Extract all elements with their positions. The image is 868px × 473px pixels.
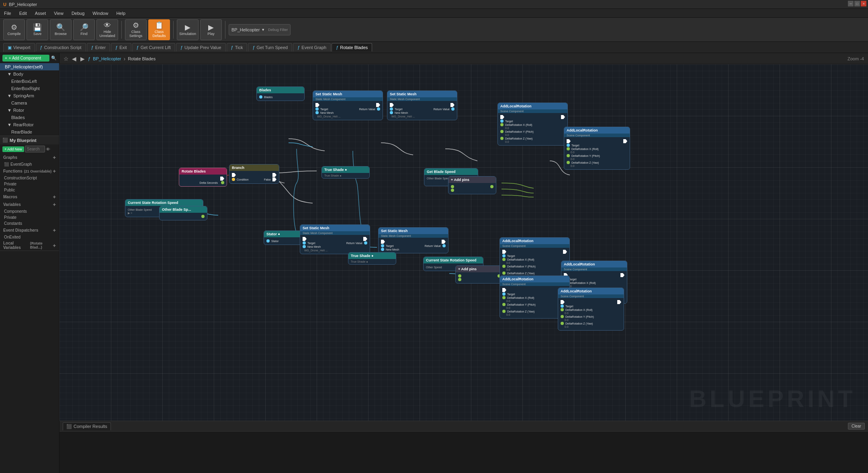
tab-get-turn-speed[interactable]: ƒ Get Turn Speed xyxy=(248,43,292,51)
sidebar-item-springarm[interactable]: ▼ SpringArm xyxy=(0,92,59,99)
menu-window[interactable]: Window xyxy=(91,10,110,16)
sidebar-item-private[interactable]: Private xyxy=(0,181,59,187)
sidebar-item-construction-script[interactable]: ConstructionScript xyxy=(0,175,59,181)
tab-enter[interactable]: ƒ Enter xyxy=(87,43,110,51)
tab-update-prev-value[interactable]: ƒ Update Prev Value xyxy=(176,43,226,51)
node-add-rotation-6[interactable]: AddLocalRotation Scene Component Target xyxy=(558,288,624,331)
maximize-button[interactable]: □ xyxy=(854,1,860,6)
node-true-shade-1[interactable]: True Shade ● True Shade ● xyxy=(321,166,370,179)
functions-add-icon[interactable]: + xyxy=(53,168,56,174)
node-set-mesh-3[interactable]: Set Static Mesh Static Mesh Component Ta… xyxy=(300,224,370,254)
nav-forward-button[interactable]: ▶ xyxy=(80,56,86,62)
event-dispatchers-section[interactable]: Event Dispatchers + xyxy=(0,226,59,234)
menu-edit[interactable]: Edit xyxy=(18,10,29,16)
node-rotate-blades-entry[interactable]: Rotate Blades Delta Seconds xyxy=(179,168,227,187)
class-settings-button[interactable]: ⚙ Class Settings xyxy=(125,19,147,40)
pin-exec-out-ar2 xyxy=(623,139,627,143)
tab-event-graph[interactable]: ƒ Event Graph xyxy=(293,43,331,51)
node-other-speed[interactable]: Other Blade Sp... xyxy=(159,206,207,220)
browse-button[interactable]: 🔍 Browse xyxy=(50,19,72,40)
node-set-mesh-1[interactable]: Set Static Mesh Static Mesh Component Ta… xyxy=(313,90,383,120)
pin-exec-out-sm3 xyxy=(363,237,367,241)
sidebar-item-private2[interactable]: Private xyxy=(0,214,59,220)
simulation-icon: ▶ xyxy=(185,24,190,31)
sidebar-item-rearblade[interactable]: RearBlade xyxy=(0,128,59,136)
node-add-rotation-2[interactable]: AddLocalRotation Scene Component Target xyxy=(564,127,630,170)
blueprint-canvas[interactable]: Blades Blades Set Static Mesh Static Mes… xyxy=(59,64,868,421)
breadcrumb-blueprint[interactable]: BP_Helicopter xyxy=(93,56,121,61)
save-button[interactable]: 💾 Save xyxy=(27,19,48,40)
graphs-section[interactable]: Graphs + xyxy=(0,154,59,161)
play-button[interactable]: ▶ Play xyxy=(200,19,222,40)
search-input[interactable] xyxy=(25,146,45,152)
pin-exec-out-ar6 xyxy=(617,300,621,304)
tab-viewport[interactable]: ▣ Viewport xyxy=(3,43,35,52)
favorite-star-icon[interactable]: ☆ xyxy=(63,56,69,62)
menu-debug[interactable]: Debug xyxy=(70,10,86,16)
pin-dx-ar6 xyxy=(561,308,564,311)
compiler-tab[interactable]: ⬛ Compiler Results xyxy=(63,422,111,430)
sidebar-item-blades[interactable]: Blades xyxy=(0,114,59,121)
sidebar-item-rearrotor[interactable]: ▼ RearRotor xyxy=(0,121,59,128)
pin-delta-z-ar1 xyxy=(500,137,504,140)
sidebar-item-components-var[interactable]: Components xyxy=(0,208,59,214)
add-component-button[interactable]: + + Add Component xyxy=(2,55,49,62)
sidebar-item-body[interactable]: ▼ Body xyxy=(0,70,59,78)
variables-section[interactable]: Variables + xyxy=(0,201,59,208)
menu-file[interactable]: File xyxy=(2,10,13,16)
minimize-button[interactable]: ─ xyxy=(848,1,854,6)
sidebar-item-camera[interactable]: Camera xyxy=(0,99,59,107)
node-blades-top[interactable]: Blades Blades xyxy=(256,86,305,101)
macros-add-icon[interactable]: + xyxy=(53,194,56,200)
hide-unrelated-button[interactable]: 👁 Hide Unrelated xyxy=(96,19,118,40)
pin-target-sm3 xyxy=(303,241,306,245)
my-blueprint-section: ⬛ My Blueprint + Add New 👁 Graphs + ⬛ Ev… xyxy=(0,136,59,251)
sidebar-item-constants[interactable]: Constants xyxy=(0,220,59,226)
tab-rotate-blades[interactable]: ƒ Rotate Blades xyxy=(332,43,372,51)
local-variables-section[interactable]: Local Variables (Rotate Blad...) + xyxy=(0,240,59,251)
add-new-button[interactable]: + Add New xyxy=(2,146,24,152)
sidebar-item-eventgraph[interactable]: ⬛ EventGraph xyxy=(0,161,59,167)
node-true-shade-2[interactable]: True Shade ● True Shade ● xyxy=(348,252,396,265)
node-add-rotation-3[interactable]: AddLocalRotation Scene Component Target xyxy=(500,237,570,280)
local-vars-add-icon[interactable]: + xyxy=(53,243,56,249)
tab-exit[interactable]: ƒ Exit xyxy=(111,43,131,51)
pin-return-sm3 xyxy=(364,241,367,245)
menu-view[interactable]: View xyxy=(52,10,65,16)
tab-tick[interactable]: ƒ Tick xyxy=(227,43,248,51)
nav-back-button[interactable]: ◀ xyxy=(71,56,77,62)
sidebar-item-public[interactable]: Public xyxy=(0,187,59,193)
close-button[interactable]: ✕ xyxy=(861,1,866,6)
variables-add-icon[interactable]: + xyxy=(53,202,56,208)
node-set-mesh-4[interactable]: Set Static Mesh Static Mesh Component Ta… xyxy=(378,227,448,253)
sidebar-item-enterboxleft[interactable]: EnterBoxLeft xyxy=(0,78,59,85)
tab-construction-script[interactable]: ƒ Construction Script xyxy=(36,43,86,51)
find-button[interactable]: 🔎 Find xyxy=(73,19,95,40)
pin-exec-out-rb xyxy=(220,177,224,181)
view-toggle-icon[interactable]: 👁 xyxy=(46,147,50,152)
dispatchers-add-icon[interactable]: + xyxy=(53,227,56,233)
pin-delta-y-ar2 xyxy=(567,154,570,157)
my-blueprint-header[interactable]: ⬛ My Blueprint xyxy=(0,136,59,144)
node-add-math-1[interactable]: + Add pins xyxy=(448,176,496,194)
sidebar-item-rotor[interactable]: ▼ Rotor xyxy=(0,107,59,114)
compiler-clear-button[interactable]: Clear xyxy=(848,423,865,430)
node-branch[interactable]: Branch Condition False xyxy=(229,164,279,184)
sidebar-item-enterboxright[interactable]: EnterBoxRight xyxy=(0,85,59,92)
simulation-button[interactable]: ▶ Simulation xyxy=(177,19,199,40)
event-graph-icon: ƒ xyxy=(297,45,300,50)
class-defaults-button[interactable]: 📋 Class Defaults xyxy=(148,19,170,40)
compile-button[interactable]: ⚙ Compile xyxy=(3,19,25,40)
node-add-rotation-1[interactable]: AddLocalRotation Scene Component Target xyxy=(497,103,568,146)
sidebar-item-self[interactable]: BP_Helicopter(self) xyxy=(0,63,59,70)
functions-section[interactable]: Functions (21 Overridable) + xyxy=(0,167,59,175)
graphs-add-icon[interactable]: + xyxy=(53,154,56,160)
node-add-math-2[interactable]: + Add pins xyxy=(455,265,504,284)
debug-filter[interactable]: BP_Helicopter ▼ Debug Filter xyxy=(229,24,291,35)
macros-section[interactable]: Macros + xyxy=(0,193,59,201)
menu-asset[interactable]: Asset xyxy=(33,10,48,16)
sidebar-item-onexited[interactable]: OnExited xyxy=(0,234,59,240)
menu-help[interactable]: Help xyxy=(115,10,127,16)
tab-get-current-lift[interactable]: ƒ Get Current Lift xyxy=(132,43,175,51)
node-set-mesh-2[interactable]: Set Static Mesh Static Mesh Component Ta… xyxy=(387,90,457,120)
